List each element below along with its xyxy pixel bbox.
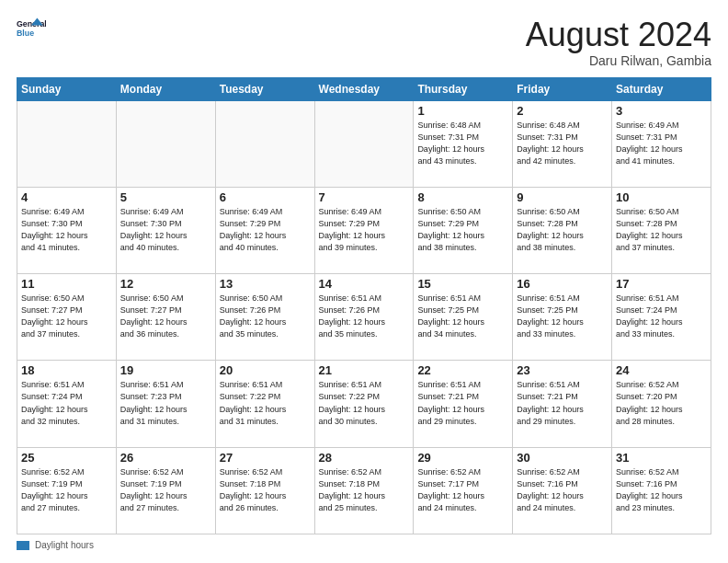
day-number: 31 (616, 451, 707, 465)
weekday-header-saturday: Saturday (612, 77, 711, 100)
day-info: Sunrise: 6:52 AM Sunset: 7:18 PM Dayligh… (220, 466, 311, 514)
day-info: Sunrise: 6:49 AM Sunset: 7:29 PM Dayligh… (220, 206, 311, 254)
calendar-cell: 17Sunrise: 6:51 AM Sunset: 7:24 PM Dayli… (612, 274, 711, 361)
day-number: 16 (517, 277, 608, 291)
day-number: 28 (319, 451, 410, 465)
calendar-cell: 2Sunrise: 6:48 AM Sunset: 7:31 PM Daylig… (513, 100, 612, 187)
calendar-cell (17, 100, 117, 187)
calendar-cell: 19Sunrise: 6:51 AM Sunset: 7:23 PM Dayli… (116, 361, 215, 447)
day-number: 25 (21, 451, 112, 465)
calendar-cell: 31Sunrise: 6:52 AM Sunset: 7:16 PM Dayli… (612, 447, 711, 534)
day-info: Sunrise: 6:51 AM Sunset: 7:24 PM Dayligh… (21, 379, 112, 427)
weekday-header-friday: Friday (513, 77, 612, 100)
day-info: Sunrise: 6:49 AM Sunset: 7:30 PM Dayligh… (21, 206, 112, 254)
calendar-cell: 27Sunrise: 6:52 AM Sunset: 7:18 PM Dayli… (215, 447, 314, 534)
day-info: Sunrise: 6:50 AM Sunset: 7:29 PM Dayligh… (417, 206, 508, 254)
day-number: 24 (616, 363, 707, 377)
month-year-title: August 2024 (526, 17, 711, 53)
day-info: Sunrise: 6:52 AM Sunset: 7:17 PM Dayligh… (417, 466, 508, 514)
day-info: Sunrise: 6:51 AM Sunset: 7:23 PM Dayligh… (120, 379, 211, 427)
weekday-header-tuesday: Tuesday (215, 77, 314, 100)
svg-text:Blue: Blue (17, 29, 34, 38)
day-number: 2 (517, 104, 608, 118)
day-number: 23 (517, 363, 608, 377)
day-number: 1 (417, 104, 508, 118)
day-info: Sunrise: 6:52 AM Sunset: 7:19 PM Dayligh… (21, 466, 112, 514)
day-number: 10 (616, 190, 707, 204)
calendar-cell: 6Sunrise: 6:49 AM Sunset: 7:29 PM Daylig… (215, 187, 314, 273)
calendar-cell: 12Sunrise: 6:50 AM Sunset: 7:27 PM Dayli… (116, 274, 215, 361)
calendar-cell: 30Sunrise: 6:52 AM Sunset: 7:16 PM Dayli… (513, 447, 612, 534)
calendar-cell: 7Sunrise: 6:49 AM Sunset: 7:29 PM Daylig… (314, 187, 414, 273)
calendar-cell: 8Sunrise: 6:50 AM Sunset: 7:29 PM Daylig… (414, 187, 513, 273)
calendar-week-row: 18Sunrise: 6:51 AM Sunset: 7:24 PM Dayli… (17, 361, 711, 447)
day-info: Sunrise: 6:51 AM Sunset: 7:22 PM Dayligh… (220, 379, 311, 427)
day-number: 20 (220, 363, 311, 377)
day-info: Sunrise: 6:50 AM Sunset: 7:27 PM Dayligh… (21, 293, 112, 340)
day-info: Sunrise: 6:48 AM Sunset: 7:31 PM Dayligh… (417, 120, 508, 167)
calendar-cell: 25Sunrise: 6:52 AM Sunset: 7:19 PM Dayli… (17, 447, 117, 534)
calendar-cell: 10Sunrise: 6:50 AM Sunset: 7:28 PM Dayli… (612, 187, 711, 273)
footer-label: Daylight hours (35, 540, 94, 550)
day-number: 21 (319, 363, 410, 377)
day-number: 5 (120, 190, 211, 204)
day-info: Sunrise: 6:50 AM Sunset: 7:26 PM Dayligh… (220, 293, 311, 340)
day-info: Sunrise: 6:51 AM Sunset: 7:22 PM Dayligh… (319, 379, 410, 427)
calendar-cell: 5Sunrise: 6:49 AM Sunset: 7:30 PM Daylig… (116, 187, 215, 273)
calendar-cell: 9Sunrise: 6:50 AM Sunset: 7:28 PM Daylig… (513, 187, 612, 273)
day-number: 18 (21, 363, 112, 377)
calendar-cell: 29Sunrise: 6:52 AM Sunset: 7:17 PM Dayli… (414, 447, 513, 534)
calendar-cell (215, 100, 314, 187)
calendar-cell: 22Sunrise: 6:51 AM Sunset: 7:21 PM Dayli… (414, 361, 513, 447)
top-section: General Blue August 2024 Daru Rilwan, Ga… (17, 17, 711, 68)
day-info: Sunrise: 6:48 AM Sunset: 7:31 PM Dayligh… (517, 120, 608, 167)
day-info: Sunrise: 6:49 AM Sunset: 7:30 PM Dayligh… (120, 206, 211, 254)
calendar-cell: 21Sunrise: 6:51 AM Sunset: 7:22 PM Dayli… (314, 361, 414, 447)
calendar-cell: 20Sunrise: 6:51 AM Sunset: 7:22 PM Dayli… (215, 361, 314, 447)
calendar-week-row: 11Sunrise: 6:50 AM Sunset: 7:27 PM Dayli… (17, 274, 711, 361)
weekday-header-monday: Monday (116, 77, 215, 100)
logo-icon: General Blue (17, 17, 46, 46)
day-info: Sunrise: 6:49 AM Sunset: 7:31 PM Dayligh… (616, 120, 707, 167)
weekday-header-row: SundayMondayTuesdayWednesdayThursdayFrid… (17, 77, 711, 100)
day-number: 29 (417, 451, 508, 465)
day-info: Sunrise: 6:52 AM Sunset: 7:16 PM Dayligh… (616, 466, 707, 514)
day-info: Sunrise: 6:51 AM Sunset: 7:25 PM Dayligh… (517, 293, 608, 340)
day-info: Sunrise: 6:52 AM Sunset: 7:18 PM Dayligh… (319, 466, 410, 514)
day-number: 11 (21, 277, 112, 291)
calendar-table: SundayMondayTuesdayWednesdayThursdayFrid… (17, 77, 711, 534)
calendar-cell: 24Sunrise: 6:52 AM Sunset: 7:20 PM Dayli… (612, 361, 711, 447)
day-info: Sunrise: 6:52 AM Sunset: 7:20 PM Dayligh… (616, 379, 707, 427)
day-number: 7 (319, 190, 410, 204)
day-number: 4 (21, 190, 112, 204)
day-number: 19 (120, 363, 211, 377)
calendar-cell: 13Sunrise: 6:50 AM Sunset: 7:26 PM Dayli… (215, 274, 314, 361)
day-number: 9 (517, 190, 608, 204)
calendar-week-row: 1Sunrise: 6:48 AM Sunset: 7:31 PM Daylig… (17, 100, 711, 187)
day-info: Sunrise: 6:50 AM Sunset: 7:27 PM Dayligh… (120, 293, 211, 340)
day-info: Sunrise: 6:51 AM Sunset: 7:21 PM Dayligh… (517, 379, 608, 427)
day-info: Sunrise: 6:50 AM Sunset: 7:28 PM Dayligh… (616, 206, 707, 254)
day-info: Sunrise: 6:51 AM Sunset: 7:25 PM Dayligh… (417, 293, 508, 340)
calendar-cell: 28Sunrise: 6:52 AM Sunset: 7:18 PM Dayli… (314, 447, 414, 534)
day-info: Sunrise: 6:52 AM Sunset: 7:16 PM Dayligh… (517, 466, 608, 514)
day-number: 17 (616, 277, 707, 291)
calendar-cell: 1Sunrise: 6:48 AM Sunset: 7:31 PM Daylig… (414, 100, 513, 187)
day-number: 14 (319, 277, 410, 291)
day-number: 3 (616, 104, 707, 118)
footer: Daylight hours (17, 540, 711, 550)
day-number: 15 (417, 277, 508, 291)
day-info: Sunrise: 6:51 AM Sunset: 7:24 PM Dayligh… (616, 293, 707, 340)
day-number: 13 (220, 277, 311, 291)
calendar-cell (116, 100, 215, 187)
weekday-header-thursday: Thursday (414, 77, 513, 100)
logo: General Blue (17, 17, 46, 46)
page: General Blue August 2024 Daru Rilwan, Ga… (0, 0, 728, 563)
day-info: Sunrise: 6:50 AM Sunset: 7:28 PM Dayligh… (517, 206, 608, 254)
calendar-cell: 4Sunrise: 6:49 AM Sunset: 7:30 PM Daylig… (17, 187, 117, 273)
calendar-cell (314, 100, 414, 187)
day-info: Sunrise: 6:52 AM Sunset: 7:19 PM Dayligh… (120, 466, 211, 514)
daylight-legend-box (17, 541, 29, 550)
calendar-cell: 15Sunrise: 6:51 AM Sunset: 7:25 PM Dayli… (414, 274, 513, 361)
day-info: Sunrise: 6:51 AM Sunset: 7:21 PM Dayligh… (417, 379, 508, 427)
